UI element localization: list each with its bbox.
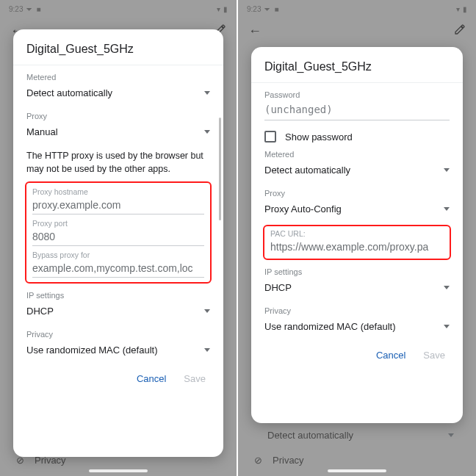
metered-dropdown[interactable]: Detect automatically <box>264 162 450 181</box>
bypass-label: Bypass proxy for <box>32 250 204 259</box>
bg-privacy-row: ⊘Privacy <box>238 455 476 466</box>
ip-settings-label: IP settings <box>26 291 210 300</box>
password-input[interactable]: (unchanged) <box>264 102 450 120</box>
metered-value: Detect automatically <box>264 165 350 176</box>
save-button: Save <box>184 373 206 384</box>
proxy-value: Manual <box>26 126 58 137</box>
chevron-down-icon <box>204 130 210 134</box>
toolbar: ← <box>238 18 476 44</box>
chevron-down-icon <box>444 207 450 211</box>
wifi-settings-dialog: Digital_Guest_5GHz Metered Detect automa… <box>13 29 223 457</box>
checkbox-icon[interactable] <box>264 131 276 143</box>
dialog-title: Digital_Guest_5GHz <box>13 43 223 65</box>
chevron-down-icon <box>204 348 210 352</box>
hostname-input[interactable]: proxy.example.com <box>32 198 204 214</box>
ip-settings-value: DHCP <box>264 282 292 293</box>
privacy-label: Privacy <box>26 330 210 339</box>
ip-settings-dropdown[interactable]: DHCP <box>264 279 450 299</box>
metered-value: Detect automatically <box>26 87 112 98</box>
proxy-label: Proxy <box>26 112 210 120</box>
pac-url-label: PAC URL: <box>270 229 444 238</box>
chevron-down-icon <box>204 309 210 313</box>
metered-label: Metered <box>264 150 450 159</box>
edit-icon[interactable] <box>454 24 466 38</box>
chevron-down-icon <box>204 91 210 95</box>
back-icon[interactable]: ← <box>248 24 262 39</box>
chevron-down-icon <box>444 325 450 328</box>
status-bar: 9:23⏷■ ▾▮ <box>0 0 237 18</box>
ip-settings-dropdown[interactable]: DHCP <box>26 303 210 322</box>
metered-dropdown[interactable]: Detect automatically <box>26 84 210 104</box>
proxy-dropdown[interactable]: Proxy Auto-Config <box>264 201 450 220</box>
gesture-bar <box>89 469 148 472</box>
privacy-value: Use randomized MAC (default) <box>264 321 395 332</box>
privacy-label: Privacy <box>264 306 450 315</box>
privacy-dropdown[interactable]: Use randomized MAC (default) <box>26 342 210 361</box>
manual-proxy-highlight: Proxy hostname proxy.example.com Proxy p… <box>25 181 212 284</box>
dialog-title: Digital_Guest_5GHz <box>251 60 463 83</box>
proxy-label: Proxy <box>264 189 450 198</box>
ip-settings-value: DHCP <box>26 306 54 317</box>
port-input[interactable]: 8080 <box>32 229 204 246</box>
privacy-dropdown[interactable]: Use randomized MAC (default) <box>264 318 450 338</box>
port-label: Proxy port <box>32 219 204 228</box>
pac-url-input[interactable]: https://www.example.com/proxy.pa <box>270 239 444 256</box>
metered-label: Metered <box>26 73 210 82</box>
bg-detect-row: Detect automatically <box>238 430 476 441</box>
ip-settings-label: IP settings <box>264 267 450 276</box>
gesture-bar <box>328 469 386 472</box>
save-button: Save <box>423 350 445 361</box>
pac-url-highlight: PAC URL: https://www.example.com/proxy.p… <box>263 225 451 260</box>
hostname-label: Proxy hostname <box>32 187 204 196</box>
privacy-value: Use randomized MAC (default) <box>26 345 157 356</box>
status-bar: 9:23⏷■ ▾▮ <box>238 0 476 18</box>
chevron-down-icon <box>444 168 450 172</box>
dialog-actions: Cancel Save <box>26 366 210 389</box>
show-password-label: Show password <box>285 131 353 143</box>
dialog-actions: Cancel Save <box>264 342 450 365</box>
proxy-help-text: The HTTP proxy is used by the browser bu… <box>26 149 210 176</box>
proxy-value: Proxy Auto-Config <box>264 203 342 214</box>
cancel-button[interactable]: Cancel <box>137 373 166 384</box>
proxy-dropdown[interactable]: Manual <box>26 123 210 143</box>
cancel-button[interactable]: Cancel <box>376 350 405 361</box>
chevron-down-icon <box>444 286 450 289</box>
scroll-indicator[interactable] <box>219 118 221 220</box>
wifi-settings-dialog: Digital_Guest_5GHz Password (unchanged) … <box>251 47 463 423</box>
show-password-row[interactable]: Show password <box>264 131 450 143</box>
password-label: Password <box>264 90 450 99</box>
bypass-input[interactable]: example.com,mycomp.test.com,loc <box>32 261 204 278</box>
